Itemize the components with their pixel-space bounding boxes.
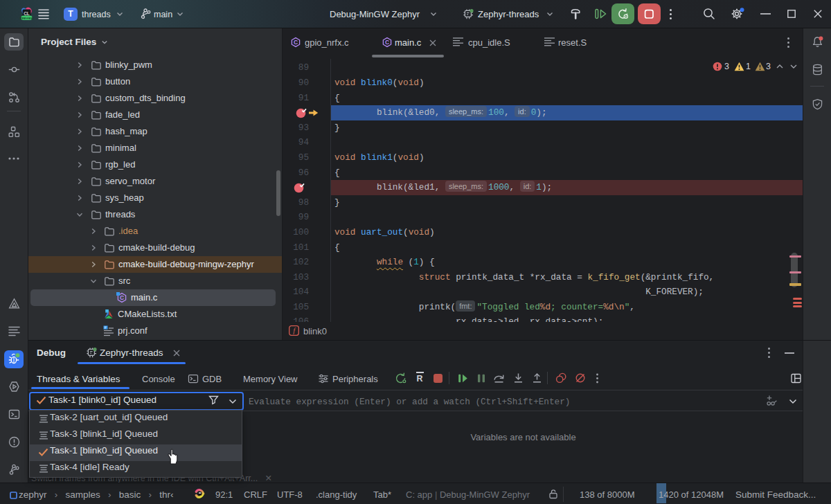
svg-text:C: C bbox=[120, 294, 124, 301]
svg-text:f: f bbox=[293, 327, 296, 334]
svg-text:PREVIEW: PREVIEW bbox=[20, 17, 33, 20]
svg-text:C: C bbox=[294, 39, 298, 46]
svg-text:CL: CL bbox=[24, 11, 30, 16]
svg-text:C: C bbox=[385, 39, 389, 46]
